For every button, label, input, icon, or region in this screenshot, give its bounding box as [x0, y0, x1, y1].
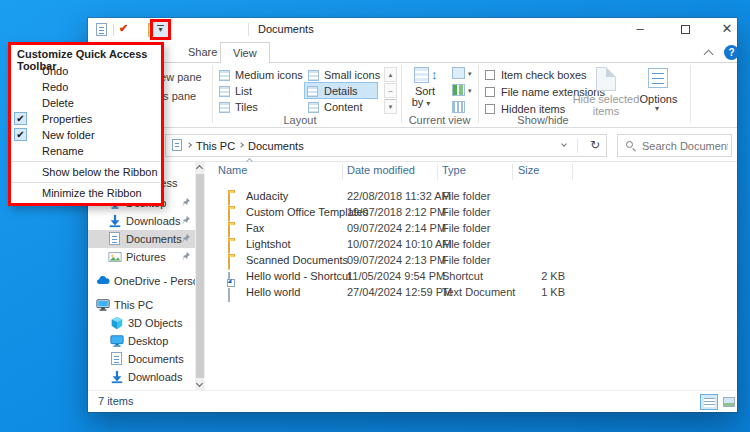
menu-separator [12, 182, 160, 183]
file-row[interactable]: Custom Office Templates 19/07/2018 2:12 … [215, 204, 737, 220]
breadcrumb-chevron-icon[interactable] [186, 142, 192, 148]
3d-objects-icon [110, 316, 124, 330]
search-icon [626, 141, 633, 148]
ribbon-tab-bar: Share View ? [88, 42, 737, 63]
collapse-ribbon-icon[interactable] [704, 50, 714, 60]
view-option-list[interactable]: List [218, 83, 252, 100]
pictures-icon [108, 250, 122, 264]
address-bar[interactable]: This PC Documents ↻ [165, 134, 607, 157]
column-separator [512, 164, 513, 180]
qat-customize-dropdown-button[interactable]: ▾ [150, 19, 171, 40]
search-box[interactable] [617, 134, 732, 157]
close-button[interactable]: ✕ [710, 18, 744, 42]
sidebar-item-downloads[interactable]: Downloads [88, 212, 195, 230]
menu-item-undo[interactable]: Undo [11, 63, 161, 79]
pin-icon [181, 251, 191, 263]
qat-dropdown-arrow-icon: ▾ [153, 26, 168, 33]
show-hide-group-label: Show/hide [478, 114, 608, 126]
tiles-view-icon [219, 102, 230, 113]
sidebar-item-onedrive[interactable]: OneDrive - Person [88, 272, 195, 290]
pin-icon [181, 197, 191, 209]
sidebar-item-downloads-2[interactable]: Downloads [88, 368, 195, 386]
file-row[interactable]: Fax 09/07/2024 2:14 PM File folder [215, 220, 737, 236]
tab-view[interactable]: View [220, 42, 270, 64]
file-name-extensions-checkbox[interactable] [485, 87, 495, 97]
maximize-button[interactable] [668, 18, 702, 42]
add-columns-icon[interactable] [452, 84, 465, 96]
group-by-dropdown-icon[interactable]: ▾ [468, 70, 472, 78]
sort-by-icon [414, 67, 429, 83]
content-view-icon [308, 102, 319, 113]
column-separator [342, 164, 343, 180]
view-option-details-selected[interactable]: Details [304, 82, 378, 99]
main-content: Quick access Desktop Downloads Documents [88, 162, 737, 390]
refresh-icon[interactable]: ↻ [590, 138, 600, 152]
menu-item-delete[interactable]: Delete [11, 95, 161, 111]
scroll-up-icon[interactable] [196, 165, 203, 172]
file-row[interactable]: Hello world - Shortcut 11/05/2024 9:54 P… [215, 268, 737, 284]
breadcrumb-documents[interactable]: Documents [248, 140, 304, 152]
menu-item-redo[interactable]: Redo [11, 79, 161, 95]
item-check-boxes-label[interactable]: Item check boxes [501, 69, 587, 81]
column-header-name[interactable]: Name [218, 164, 247, 176]
gallery-scroll-down-button[interactable]: – [384, 83, 397, 98]
address-toolbar-separator [577, 138, 578, 153]
address-dropdown-icon[interactable] [561, 141, 567, 147]
item-count: 7 items [98, 395, 133, 407]
sidebar-item-desktop-2[interactable]: Desktop [88, 332, 195, 350]
sort-by-button-line2[interactable]: by ▾ [406, 96, 436, 108]
current-view-group-label: Current view [401, 114, 478, 126]
sidebar-scrollbar[interactable] [195, 162, 205, 390]
details-view-toggle-button[interactable] [700, 394, 718, 410]
sidebar-item-this-pc[interactable]: This PC [88, 296, 195, 314]
file-row[interactable]: Scanned Documents 09/07/2024 2:13 PM Fil… [215, 252, 737, 268]
sidebar-item-documents-2[interactable]: Documents [88, 350, 195, 368]
hidden-items-checkbox[interactable] [485, 104, 495, 114]
column-header-date-modified[interactable]: Date modified [347, 164, 415, 176]
menu-item-properties[interactable]: ✔ Properties [11, 111, 161, 127]
breadcrumb-this-pc[interactable]: This PC [196, 140, 235, 152]
group-by-icon[interactable] [452, 67, 465, 79]
menu-item-new-folder[interactable]: ✔ New folder [11, 127, 161, 143]
sidebar-item-documents-selected[interactable]: Documents [88, 230, 195, 248]
file-row[interactable]: Lightshot 10/07/2024 10:10 AM File folde… [215, 236, 737, 252]
item-check-boxes-checkbox[interactable] [485, 70, 495, 80]
hide-selected-items-icon [596, 67, 616, 91]
explorer-properties-icon[interactable] [96, 23, 107, 36]
sort-updown-arrow-icon: ↕ [431, 67, 438, 82]
sidebar-item-3d-objects[interactable]: 3D Objects [88, 314, 195, 332]
add-columns-dropdown-icon[interactable]: ▾ [468, 87, 472, 95]
column-header-size[interactable]: Size [518, 164, 539, 176]
sort-dropdown-icon: ▾ [426, 99, 430, 108]
column-header-type[interactable]: Type [442, 164, 466, 176]
downloads-icon [108, 214, 122, 228]
file-row[interactable]: Audacity 22/08/2018 11:32 AM File folder [215, 188, 737, 204]
size-columns-to-fit-icon[interactable] [452, 101, 465, 113]
desktop-icon [110, 334, 124, 348]
desktop-background: ✔ ▾ Documents – ✕ Share View ? Preview p… [0, 0, 750, 432]
title-separator [248, 23, 249, 36]
scroll-down-icon[interactable] [196, 380, 203, 387]
options-dropdown-icon[interactable]: ▾ [655, 104, 659, 113]
layout-group-label: Layout [212, 114, 388, 126]
qat-properties-check-icon[interactable]: ✔ [119, 22, 128, 35]
menu-item-show-below-ribbon[interactable]: Show below the Ribbon [11, 164, 161, 180]
view-option-medium-icons[interactable]: Medium icons [218, 67, 303, 84]
this-pc-icon [96, 298, 110, 312]
file-row[interactable]: Hello world 27/04/2024 12:59 PM Text Doc… [215, 284, 737, 300]
search-input[interactable] [642, 136, 728, 155]
breadcrumb-chevron-icon[interactable] [238, 142, 244, 148]
downloads-icon [110, 370, 124, 384]
gallery-scroll-up-button[interactable]: ▴ [384, 67, 397, 82]
help-button[interactable]: ? [724, 45, 739, 60]
menu-separator [12, 161, 160, 162]
minimize-button[interactable]: – [623, 18, 657, 42]
details-view-icon [307, 86, 318, 97]
gallery-more-button[interactable]: ▾ [384, 99, 397, 114]
menu-item-rename[interactable]: Rename [11, 143, 161, 159]
large-icons-view-toggle-button[interactable] [720, 394, 738, 410]
sidebar-item-pictures[interactable]: Pictures [88, 248, 195, 266]
menu-item-minimize-ribbon[interactable]: Minimize the Ribbon [11, 185, 161, 201]
status-bar: 7 items [88, 390, 737, 412]
scrollbar-thumb[interactable] [196, 174, 204, 378]
